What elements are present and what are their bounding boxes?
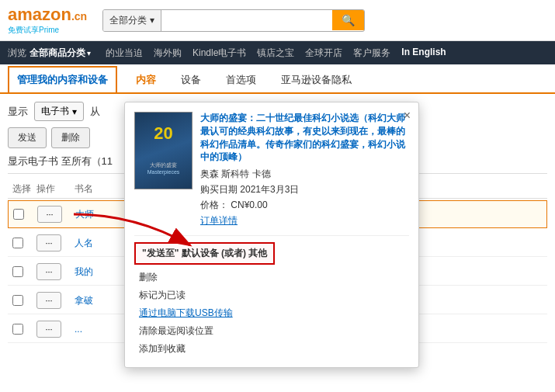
search-category-dropdown[interactable]: 全部分类 ▾ bbox=[103, 10, 161, 31]
filter-label: 显示 bbox=[8, 105, 28, 119]
header: amazon .cn 免费试享Prime 全部分类 ▾ 🔍 bbox=[0, 0, 555, 41]
nav-browse-label: 浏览 bbox=[8, 47, 26, 60]
nav-category-label: 全部商品分类 bbox=[29, 47, 85, 60]
cover-big-num: 20 bbox=[154, 125, 172, 142]
tab-content[interactable]: 内容 bbox=[123, 68, 168, 94]
content-area: 显示 电子书 ▾ 从 发送 删除 显示电子书 至所有（11 选择 操作 书名 ·… bbox=[0, 94, 555, 352]
row-1-menu-btn[interactable]: ··· bbox=[36, 234, 61, 252]
tab-privacy[interactable]: 亚马逊设备隐私 bbox=[269, 68, 364, 92]
popup-order-link[interactable]: 订单详情 bbox=[200, 214, 409, 227]
popup-date: 购买日期 2021年3月3日 bbox=[200, 183, 409, 196]
nav-category[interactable]: 全部商品分类 ▾ bbox=[29, 47, 91, 60]
nav-browse: 浏览 bbox=[8, 47, 26, 60]
cover-title-text: 大师的盛宴Masterpieces bbox=[147, 161, 180, 175]
popup-action-favorite[interactable]: 添加到收藏 bbox=[134, 340, 409, 358]
search-input[interactable] bbox=[161, 11, 332, 30]
logo-prime: 免费试享Prime bbox=[8, 25, 87, 36]
row-1-checkbox[interactable] bbox=[12, 238, 23, 248]
popup-close-button[interactable]: × bbox=[404, 109, 411, 123]
popup-body: 20 大师的盛宴Masterpieces 大师的盛宴：二十世纪最佳科幻小说选（科… bbox=[134, 112, 409, 227]
logo-cn-text: .cn bbox=[71, 10, 87, 23]
popup-action-clear[interactable]: 清除最远阅读位置 bbox=[134, 322, 409, 340]
navbar-link-2[interactable]: Kindle电子书 bbox=[193, 47, 246, 60]
subnav-title: 管理我的内容和设备 bbox=[8, 66, 117, 92]
popup-action-delete[interactable]: 删除 bbox=[134, 269, 409, 286]
popup-action-mark-read[interactable]: 标记为已读 bbox=[134, 286, 409, 304]
col-select: 选择 bbox=[12, 182, 33, 196]
send-button[interactable]: 发送 bbox=[8, 127, 47, 148]
popup-author: 奥森 斯科特 卡德 bbox=[200, 168, 409, 181]
subnav: 管理我的内容和设备 内容 设备 首选项 亚马逊设备隐私 bbox=[0, 66, 555, 94]
filter-select-value: 电子书 bbox=[41, 105, 69, 118]
popup-info: 大师的盛宴：二十世纪最佳科幻小说选（科幻大师最认可的经典科幻故事，有史以来到现在… bbox=[200, 112, 409, 227]
search-button[interactable]: 🔍 bbox=[332, 10, 364, 30]
col-action: 操作 bbox=[36, 182, 71, 196]
navbar-link-5[interactable]: 客户服务 bbox=[353, 47, 390, 60]
row-0-menu-btn[interactable]: ··· bbox=[37, 206, 62, 223]
popup-actions: "发送至" 默认设备 (或者) 其他 删除 标记为已读 通过电脑下载USB传输 … bbox=[134, 235, 409, 358]
navbar-link-6[interactable]: In English bbox=[401, 47, 446, 60]
navbar-link-3[interactable]: 镇店之宝 bbox=[257, 47, 294, 60]
row-3-checkbox[interactable] bbox=[12, 295, 23, 306]
logo-amazon: amazon .cn bbox=[8, 5, 87, 25]
popup-price-label: 价格： bbox=[200, 199, 228, 210]
row-0-checkbox[interactable] bbox=[13, 209, 24, 220]
navbar-link-4[interactable]: 全球开店 bbox=[305, 47, 342, 60]
filter-select-arrow: ▾ bbox=[72, 106, 77, 117]
row-3-menu-btn[interactable]: ··· bbox=[36, 292, 61, 309]
row-4-menu-btn[interactable]: ··· bbox=[36, 321, 61, 338]
navbar: 浏览 全部商品分类 ▾ 的业当迫 海外购 Kindle电子书 镇店之宝 全球开店… bbox=[0, 41, 555, 64]
popup-price-row: 价格： CN¥0.00 bbox=[200, 199, 409, 212]
search-box: 全部分类 ▾ 🔍 bbox=[102, 9, 364, 32]
navbar-links: 的业当迫 海外购 Kindle电子书 镇店之宝 全球开店 客户服务 In Eng… bbox=[106, 47, 446, 60]
book-cover: 20 大师的盛宴Masterpieces bbox=[134, 112, 193, 189]
logo-amazon-text: amazon bbox=[8, 5, 71, 25]
popup-date-label: 购买日期 bbox=[200, 184, 238, 195]
nav-category-arrow: ▾ bbox=[87, 49, 91, 57]
popup-title: 大师的盛宴：二十世纪最佳科幻小说选（科幻大师最认可的经典科幻故事，有史以来到现在… bbox=[200, 112, 409, 164]
row-2-menu-btn[interactable]: ··· bbox=[36, 263, 61, 280]
row-2-checkbox[interactable] bbox=[12, 266, 23, 277]
navbar-link-1[interactable]: 海外购 bbox=[154, 47, 182, 60]
row-4-checkbox[interactable] bbox=[12, 324, 23, 335]
search-category-arrow: ▾ bbox=[150, 15, 154, 26]
logo-area: amazon .cn 免费试享Prime bbox=[8, 5, 87, 36]
popup-action-usb[interactable]: 通过电脑下载USB传输 bbox=[134, 304, 409, 322]
tab-device[interactable]: 设备 bbox=[168, 68, 213, 92]
search-category-label: 全部分类 bbox=[109, 15, 147, 26]
popup-action-deliver[interactable]: "发送至" 默认设备 (或者) 其他 bbox=[134, 242, 275, 265]
delete-button[interactable]: 删除 bbox=[51, 127, 90, 148]
navbar-link-0[interactable]: 的业当迫 bbox=[106, 47, 143, 60]
tab-preferences[interactable]: 首选项 bbox=[213, 68, 269, 92]
book-popup: × 20 大师的盛宴Masterpieces 大师的盛宴：二十世纪最佳科幻小说选… bbox=[124, 102, 419, 368]
filter-from-label: 从 bbox=[90, 105, 100, 119]
popup-date-value: 2021年3月3日 bbox=[240, 184, 299, 195]
filter-select[interactable]: 电子书 ▾ bbox=[34, 102, 84, 121]
popup-price-value: CN¥0.00 bbox=[231, 199, 267, 210]
